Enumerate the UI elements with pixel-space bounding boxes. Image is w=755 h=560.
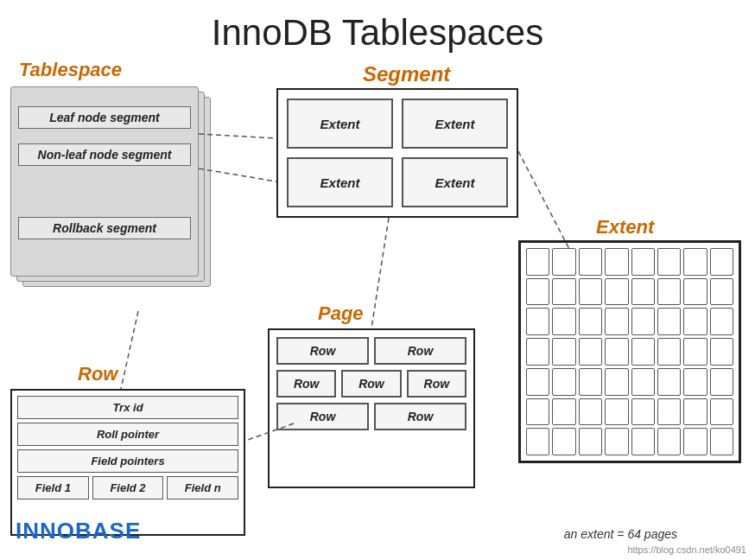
extent-cell [710,248,733,276]
extent-cell [631,368,655,396]
extent-cell [631,398,655,426]
brand-label: INNOBASE [16,518,141,544]
tablespace-stack: Leaf node segment Non-leaf node segment … [10,86,209,311]
row-trx-id: Trx id [17,396,238,419]
extent-grid-box [518,240,741,463]
extent-cell [710,398,733,426]
extent-cell [552,308,575,335]
extent-cell [579,428,602,455]
page-row-0: Row Row [276,337,466,365]
url-label: https://blog.csdn.net/ko0491 [627,544,746,555]
extent-cell [710,428,733,455]
extent-cell [526,308,549,335]
svg-line-3 [371,218,389,328]
row-field-2: Field 2 [92,476,164,500]
extent-cell [683,278,707,306]
extent-cell [710,278,733,306]
page-title: InnoDB Tablespaces [0,0,755,54]
extent-cell [579,338,602,366]
extent-cell [631,278,655,306]
extent-cell [605,398,628,426]
row-field-1: Field 1 [17,476,89,500]
extent-note: an extent = 64 pages [564,527,677,541]
extent-cell [657,398,681,426]
segment-extent-1: Extent [402,99,508,149]
rollback-segment-label: Rollback segment [18,217,191,239]
segment-section-label: Segment [363,62,450,86]
page-row-1: Row Row Row [276,370,466,398]
segment-extent-2: Extent [287,157,393,207]
extent-cell [552,248,575,276]
extent-cell [526,368,549,396]
extent-cell [579,308,602,335]
extent-cell [657,308,681,335]
row-section-label: Row [78,363,117,385]
extent-cell [683,248,707,276]
row-field-cells: Field 1 Field 2 Field n [17,476,238,500]
extent-cell [683,338,707,366]
segment-extent-0: Extent [287,99,393,149]
row-roll-pointer: Roll pointer [17,423,238,446]
extent-cell [657,428,681,455]
extent-cell [657,368,681,396]
row-field-pointers: Field pointers [17,449,238,473]
extent-cell [605,338,628,366]
svg-line-2 [518,151,570,251]
extent-cell [683,368,707,396]
extent-cell [657,338,681,366]
extent-cell [631,338,655,366]
extent-cell [605,428,628,455]
page-cell-row-1-2: Row [407,370,466,398]
extent-cell [579,248,602,276]
extent-section-label: Extent [596,216,654,239]
extent-cell [657,278,681,306]
svg-line-5 [121,311,138,389]
extent-cell [710,308,733,335]
row-box: Trx id Roll pointer Field pointers Field… [10,389,245,536]
non-leaf-node-segment-label: Non-leaf node segment [18,143,191,166]
segment-box: Extent Extent Extent Extent [276,88,518,218]
page-box: Row Row Row Row Row Row Row [268,328,475,488]
page-row-2: Row Row [276,403,466,430]
extent-cell [683,308,707,335]
extent-cell [683,398,707,426]
page-cell-row-1-1: Row [341,370,401,398]
extent-cell [579,398,602,426]
page-cell-row-2-1: Row [374,403,466,430]
extent-cell [579,278,602,306]
extent-cell [631,308,655,335]
extent-cell [657,248,681,276]
extent-cell [605,278,628,306]
extent-cell [526,398,549,426]
extent-cell [710,368,733,396]
extent-cell [710,338,733,366]
extent-cell [526,248,549,276]
extent-cell [526,338,549,366]
stack-page-front: Leaf node segment Non-leaf node segment … [10,86,199,277]
extent-cell [552,398,575,426]
page-cell-row-0-0: Row [276,337,369,365]
page-cell-row-0-1: Row [374,337,466,365]
row-field-n: Field n [167,476,238,500]
extent-cell [526,428,549,455]
page-cell-row-1-0: Row [276,370,336,398]
tablespace-label: Tablespace [19,59,122,81]
leaf-node-segment-label: Leaf node segment [18,106,191,129]
extent-cell [552,428,575,455]
page-cell-row-2-0: Row [276,403,369,430]
extent-cell [552,278,575,306]
extent-cell [631,248,655,276]
extent-cell [552,338,575,366]
extent-cell [579,368,602,396]
page-section-label: Page [318,302,364,325]
segment-extent-3: Extent [402,157,508,207]
extent-cell [526,278,549,306]
extent-cell [605,308,628,335]
extent-cell [552,368,575,396]
extent-cell [605,368,628,396]
extent-cell [605,248,628,276]
extent-cell [683,428,707,455]
extent-cell [631,428,655,455]
